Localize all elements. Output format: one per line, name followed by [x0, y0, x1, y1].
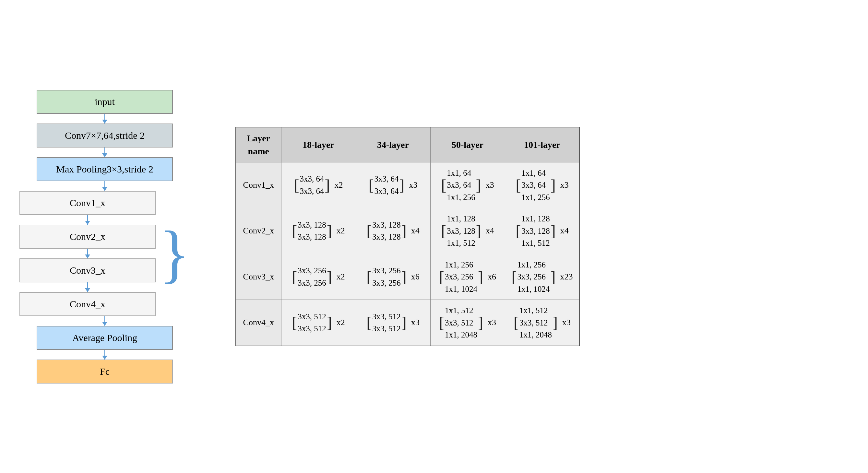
conv7x7-box: Conv7×7,64,stride 2: [37, 124, 173, 148]
arrow-4: [87, 215, 88, 225]
input-box: input: [37, 90, 173, 114]
cell-conv2x-18: [ 3x3, 128 3x3, 128 ] x2: [281, 208, 356, 254]
table-row-conv1x: Conv1_x [ 3x3, 64 3x3, 64 ] x2: [236, 162, 580, 208]
cell-conv3x-50: [ 1x1, 256 3x3, 256 1x1, 1024 ] x6: [430, 254, 505, 300]
cell-conv1x-34: [ 3x3, 64 3x3, 64 ] x3: [356, 162, 430, 208]
row-name-conv1x: Conv1_x: [236, 162, 281, 208]
arrow-3: [104, 181, 105, 191]
row-name-conv2x: Conv2_x: [236, 208, 281, 254]
maxpool-label: Max Pooling3×3,stride 2: [56, 164, 153, 175]
cell-conv3x-18: [ 3x3, 256 3x3, 256 ] x2: [281, 254, 356, 300]
main-container: input Conv7×7,64,stride 2 Max Pooling3×3…: [20, 90, 580, 383]
arrow-7: [104, 316, 105, 326]
cell-conv1x-18: [ 3x3, 64 3x3, 64 ] x2: [281, 162, 356, 208]
cell-conv4x-50: [ 1x1, 512 3x3, 512 1x1, 2048 ] x3: [430, 300, 505, 346]
table-row-conv3x: Conv3_x [ 3x3, 256 3x3, 256 ]: [236, 254, 580, 300]
conv3x-label: Conv3_x: [70, 265, 105, 276]
arrow-2: [104, 148, 105, 157]
arrow-8: [104, 350, 105, 359]
conv1x-box: Conv1_x: [20, 191, 156, 215]
cell-conv3x-101: [ 1x1, 256 3x3, 256 1x1, 1024 ] x23: [505, 254, 580, 300]
fc-box: Fc: [37, 359, 173, 383]
header-18layer: 18-layer: [281, 127, 356, 162]
conv2x-label: Conv2_x: [70, 231, 105, 242]
header-layer-name: Layername: [236, 127, 281, 162]
row-name-conv4x: Conv4_x: [236, 300, 281, 346]
cell-conv4x-101: [ 1x1, 512 3x3, 512 1x1, 2048 ] x3: [505, 300, 580, 346]
table-row-conv2x: Conv2_x [ 3x3, 128 3x3, 128 ]: [236, 208, 580, 254]
avgpool-label: Average Pooling: [72, 332, 137, 343]
table-container: Layername 18-layer 34-layer 50-layer 101…: [236, 127, 580, 346]
conv7x7-label: Conv7×7,64,stride 2: [65, 130, 145, 141]
cell-conv1x-101: [ 1x1, 64 3x3, 64 1x1, 256 ] x3: [505, 162, 580, 208]
cell-conv1x-50: [ 1x1, 64 3x3, 64 1x1, 256 ] x3: [430, 162, 505, 208]
row-name-conv3x: Conv3_x: [236, 254, 281, 300]
conv-layers-group: Conv1_x Conv2_x Conv3_x Conv4_x }: [20, 191, 190, 316]
conv4x-box: Conv4_x: [20, 292, 156, 316]
cell-conv4x-18: [ 3x3, 512 3x3, 512 ] x2: [281, 300, 356, 346]
header-50layer: 50-layer: [430, 127, 505, 162]
cell-conv4x-34: [ 3x3, 512 3x3, 512 ] x3: [356, 300, 430, 346]
arrow-6: [87, 282, 88, 292]
conv2x-box: Conv2_x: [20, 225, 156, 249]
layers-list: Conv1_x Conv2_x Conv3_x Conv4_x: [20, 191, 156, 316]
arrow-5: [87, 249, 88, 258]
conv4x-label: Conv4_x: [70, 298, 105, 309]
cell-conv2x-34: [ 3x3, 128 3x3, 128 ] x4: [356, 208, 430, 254]
network-diagram: input Conv7×7,64,stride 2 Max Pooling3×3…: [20, 90, 190, 383]
resnet-table: Layername 18-layer 34-layer 50-layer 101…: [236, 127, 580, 346]
table-header-row: Layername 18-layer 34-layer 50-layer 101…: [236, 127, 580, 162]
header-101layer: 101-layer: [505, 127, 580, 162]
avgpool-box: Average Pooling: [37, 326, 173, 350]
table-row-conv4x: Conv4_x [ 3x3, 512 3x3, 512 ]: [236, 300, 580, 346]
input-label: input: [95, 96, 115, 107]
header-34layer: 34-layer: [356, 127, 430, 162]
conv3x-box: Conv3_x: [20, 258, 156, 282]
cell-conv3x-34: [ 3x3, 256 3x3, 256 ] x6: [356, 254, 430, 300]
conv1x-label: Conv1_x: [70, 197, 105, 208]
cell-conv2x-101: [ 1x1, 128 3x3, 128 1x1, 512 ] x4: [505, 208, 580, 254]
brace-icon: }: [159, 221, 190, 286]
arrow-1: [104, 114, 105, 124]
maxpool-box: Max Pooling3×3,stride 2: [37, 157, 173, 181]
fc-label: Fc: [100, 366, 110, 377]
cell-conv2x-50: [ 1x1, 128 3x3, 128 1x1, 512 ] x4: [430, 208, 505, 254]
